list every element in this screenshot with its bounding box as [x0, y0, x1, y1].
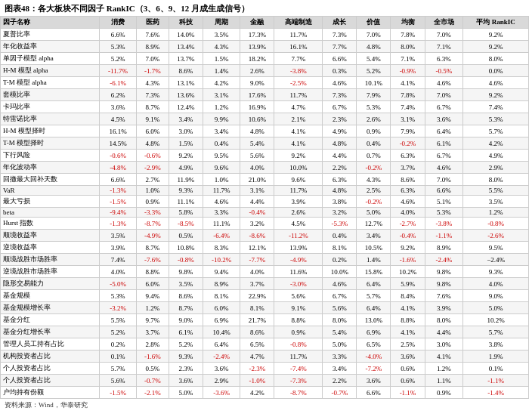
- cell-value: -6.1%: [100, 77, 137, 89]
- cell-value: 2.9%: [463, 162, 529, 174]
- cell-value: 12.4%: [169, 101, 203, 113]
- cell-value: 4.8%: [137, 137, 169, 150]
- cell-value: -0.8%: [169, 254, 203, 266]
- cell-value: 4.3%: [203, 41, 240, 53]
- cell-value: -0.8%: [463, 218, 529, 230]
- cell-value: 22.9%: [240, 290, 274, 302]
- cell-value: 2.2%: [323, 375, 357, 387]
- cell-value: 5.4%: [323, 326, 357, 338]
- cell-value: 9.6%: [203, 162, 240, 174]
- cell-value: 11.1%: [169, 196, 203, 208]
- table-row: 基金分红增长率5.2%3.7%6.1%10.4%8.6%0.9%5.4%6.9%…: [1, 326, 529, 338]
- cell-value: 3.9%: [100, 242, 137, 254]
- cell-value: 1.2%: [425, 363, 463, 375]
- row-name: 特雷诺比率: [1, 113, 100, 125]
- cell-value: 6.3%: [425, 53, 463, 65]
- cell-value: -4.8%: [100, 162, 137, 174]
- cell-value: -4.9%: [274, 254, 323, 266]
- cell-value: 0.4%: [357, 137, 391, 150]
- column-header-1: 消费: [100, 17, 137, 29]
- cell-value: 10.2%: [463, 314, 529, 326]
- table-row: 套模比率6.2%7.3%13.6%3.1%17.6%11.7%7.3%7.9%7…: [1, 89, 529, 101]
- cell-value: 9.9%: [203, 113, 240, 125]
- row-name: 顺境战胜市场胜率: [1, 254, 100, 266]
- column-header-3: 科技: [169, 17, 203, 29]
- cell-value: 11.7%: [274, 351, 323, 363]
- cell-value: 9.2%: [463, 29, 529, 41]
- cell-value: 12.7%: [357, 218, 391, 230]
- cell-value: 8.9%: [425, 242, 463, 254]
- row-name: 回撤最大回补天数: [1, 174, 100, 186]
- cell-value: 7.1%: [391, 53, 425, 65]
- cell-value: -2.4%: [203, 351, 240, 363]
- cell-value: 6.0%: [203, 302, 240, 314]
- column-header-7: 成长: [323, 17, 357, 29]
- cell-value: 5.5%: [463, 186, 529, 196]
- cell-value: 13.0%: [357, 314, 391, 326]
- cell-value: 6.6%: [100, 174, 137, 186]
- cell-value: 3.3%: [323, 351, 357, 363]
- row-name: Hurst 指数: [1, 218, 100, 230]
- cell-value: -8.5%: [169, 218, 203, 230]
- cell-value: 8.6%: [169, 290, 203, 302]
- cell-value: 3.1%: [203, 89, 240, 101]
- cell-value: 8.0%: [463, 53, 529, 65]
- row-name: 下行风险: [1, 150, 100, 162]
- cell-value: 7.1%: [425, 41, 463, 53]
- cell-value: 7.4%: [391, 101, 425, 113]
- cell-value: 3.3%: [203, 208, 240, 218]
- cell-value: -0.2%: [357, 196, 391, 208]
- cell-value: 4.4%: [323, 150, 357, 162]
- cell-value: 6.6%: [323, 53, 357, 65]
- cell-value: 4.9%: [169, 162, 203, 174]
- cell-value: 4.7%: [274, 101, 323, 113]
- cell-value: 2.2%: [323, 162, 357, 174]
- cell-value: 9.2%: [169, 150, 203, 162]
- cell-value: 9.4%: [137, 290, 169, 302]
- cell-value: 2.6%: [274, 208, 323, 218]
- table-row: 管理人员工持有占比0.2%2.8%5.2%6.4%6.5%-0.8%5.0%6.…: [1, 338, 529, 351]
- cell-value: 8.9%: [137, 41, 169, 53]
- cell-value: 9.8%: [425, 266, 463, 278]
- cell-value: 8.4%: [391, 290, 425, 302]
- row-name: 年化收益率: [1, 41, 100, 53]
- row-name: 夏普比率: [1, 29, 100, 41]
- cell-value: -5.3%: [323, 218, 357, 230]
- cell-value: 2.7%: [137, 174, 169, 186]
- cell-value: 18.2%: [240, 53, 274, 65]
- cell-value: 9.5%: [463, 242, 529, 254]
- cell-value: 7.3%: [323, 89, 357, 101]
- cell-value: 4.1%: [391, 326, 425, 338]
- cell-value: 8.6%: [391, 174, 425, 186]
- cell-value: 7.4%: [463, 101, 529, 113]
- table-row: beta-9.4%-3.3%5.8%3.3%-0.4%2.6%3.2%5.0%4…: [1, 208, 529, 218]
- cell-value: 5.3%: [100, 290, 137, 302]
- cell-value: 7.7%: [274, 53, 323, 65]
- cell-value: 11.9%: [169, 174, 203, 186]
- cell-value: 7.4%: [100, 254, 137, 266]
- row-name: 机构投资者占比: [1, 351, 100, 363]
- cell-value: -3.8%: [425, 218, 463, 230]
- cell-value: 6.5%: [240, 338, 274, 351]
- cell-value: 5.3%: [357, 101, 391, 113]
- cell-value: 1.4%: [357, 254, 391, 266]
- cell-value: -3.3%: [137, 208, 169, 218]
- cell-value: -2.4%: [425, 254, 463, 266]
- cell-value: -2.3%: [240, 363, 274, 375]
- cell-value: 9.3%: [169, 186, 203, 196]
- row-name: 基金规模增长率: [1, 302, 100, 314]
- cell-value: 16.1%: [100, 125, 137, 137]
- cell-value: 4.4%: [240, 196, 274, 208]
- cell-value: 4.1%: [391, 77, 425, 89]
- table-row: 下行风险-0.6%-0.6%9.2%9.5%5.6%9.2%4.4%0.7%6.…: [1, 150, 529, 162]
- cell-value: 7.0%: [357, 29, 391, 41]
- table-row: 卡玛比率3.6%8.7%12.4%1.2%16.9%4.7%6.7%5.3%7.…: [1, 101, 529, 113]
- table-row: 个人投资者占比5.6%-0.7%3.6%2.9%-1.0%-7.3%2.2%3.…: [1, 375, 529, 387]
- cell-value: 2.5%: [391, 338, 425, 351]
- row-name: 单因子模型 alpha: [1, 53, 100, 65]
- cell-value: -9.4%: [100, 208, 137, 218]
- cell-value: 5.7%: [100, 363, 137, 375]
- cell-value: 0.9%: [425, 387, 463, 399]
- cell-value: -11.2%: [274, 230, 323, 242]
- cell-value: 4.8%: [357, 41, 391, 53]
